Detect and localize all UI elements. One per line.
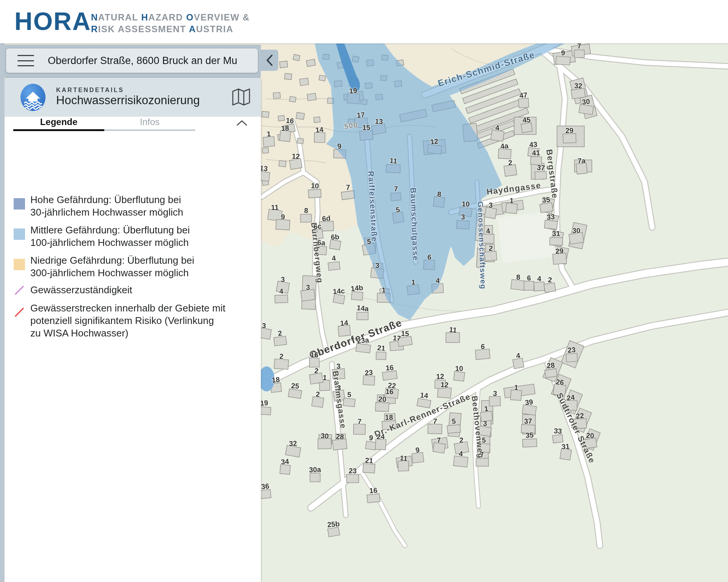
house-number: 2 [508,159,513,167]
house-number: 4 [495,124,500,132]
house-number: 35 [526,431,534,439]
legend-item-3[interactable]: Gewässerzuständigkeit [14,284,256,296]
house-number: 14c [333,287,345,296]
hora-tagline: NATURAL HAZARD OVERVIEW &RISK ASSESSMENT… [91,11,250,35]
house-number: 26 [555,378,564,386]
house-number: 16 [286,116,294,125]
legend-item-2[interactable]: Niedrige Gefährdung: Überflutung bei300-… [14,254,256,279]
tab-underline-active [13,129,104,131]
house-number: 2 [314,367,319,375]
house-number: 1 [381,286,386,294]
house-number: 16 [385,363,394,372]
chevron-left-icon [265,54,274,67]
house-number: 45 [522,116,531,124]
map-fold-icon[interactable] [232,88,250,106]
chevron-up-icon[interactable] [235,117,249,129]
house-number: 30 [582,97,590,106]
house-number: 19 [260,399,268,407]
house-number: 3 [493,390,497,398]
house-number: 16 [310,351,318,359]
house-number: 4 [458,450,463,458]
house-number: 24 [377,433,385,441]
panel-eyebrow: KARTENDETAILS [56,87,124,94]
sidebar-collapse-button[interactable] [261,50,278,71]
tab-underline-inactive [104,130,195,131]
house-number: 5 [452,417,456,425]
house-number: 14 [315,125,324,134]
house-number: 33 [554,427,562,435]
house-number: 22 [576,411,584,420]
house-number: 18 [271,375,280,384]
house-number: 2 [278,329,282,338]
house-number: 8 [516,273,520,281]
house-number: 7 [358,418,362,426]
house-number: 3 [489,201,493,209]
house-number: 15 [401,330,409,338]
house-number: 3 [306,283,310,291]
legend-item-label: Gewässerzuständigkeit [30,284,132,296]
house-number: 3 [336,362,341,371]
house-number: 35 [542,196,551,204]
house-number: 28 [546,361,555,370]
house-number: 2 [489,244,493,253]
legend-swatch-icon [14,259,25,270]
house-number: 12 [436,372,444,381]
house-number: 4 [279,287,284,295]
house-number: 31 [552,229,561,238]
house-number: 3 [262,322,266,330]
kartendetails-panel: KARTENDETAILS Hochwasserrisikozonierung … [5,78,261,582]
legend-item-0[interactable]: Hohe Gefährdung: Überflutung bei30-jährl… [14,194,256,219]
house-number: 5 [347,391,352,399]
house-number: 16 [369,486,378,494]
left-edge-strip [0,44,5,582]
house-number: 29 [555,247,564,255]
legend-item-label: Niedrige Gefährdung: Überflutung bei300-… [30,254,194,279]
house-number: 11 [389,156,398,165]
tab-infos[interactable]: Infos [104,117,195,127]
house-number: 11 [271,203,279,212]
house-number: 6 [427,253,431,261]
legend-item-1[interactable]: Mittlere Gefährdung: Überflutung bei100-… [14,224,256,249]
house-number: 2 [316,390,320,398]
house-number: 23 [348,467,357,475]
house-number: 41 [532,149,541,157]
house-number: 1 [267,130,271,138]
house-number: 2 [548,276,552,284]
house-number: 6 [527,274,531,282]
house-number: 10 [455,365,463,372]
house-number: 4 [435,277,440,285]
house-number: 1 [510,197,514,205]
legend-item-4[interactable]: Gewässerstrecken innerhalb der Gebiete m… [14,302,256,340]
house-number: 7 [346,183,350,191]
legend-tabs: Legende Infos [5,117,261,134]
house-number: 39 [524,398,533,407]
panel-header: KARTENDETAILS Hochwasserrisikozonierung [5,78,261,117]
house-number: 1 [322,374,327,382]
house-number: 23 [567,346,576,354]
search-input[interactable]: Oberdorfer Straße, 8600 Bruck an der Mu [48,55,237,67]
house-number: 7 [577,44,582,50]
house-number: 20 [586,431,594,440]
house-number: 7 [394,185,398,193]
house-number: 4 [537,275,541,283]
menu-icon[interactable] [17,55,34,66]
house-number: 43 [529,140,538,149]
house-number: 3 [281,275,285,283]
house-number: 8 [437,190,441,199]
search-bar[interactable]: Oberdorfer Straße, 8600 Bruck an der Mu [6,48,258,73]
house-number: 18 [281,124,289,133]
app-header: HORA NATURAL HAZARD OVERVIEW &RISK ASSES… [0,0,728,44]
house-number: 30a [309,465,322,474]
house-number: 47 [519,91,528,100]
house-number: 10 [461,200,470,208]
legend-swatch-icon [14,198,25,210]
house-number: 17 [392,334,401,343]
house-number: 9 [369,434,373,442]
house-number: 28 [336,432,344,441]
house-number: 37 [537,163,545,172]
house-number: 6a [317,238,326,247]
hora-logo[interactable]: HORA [14,7,91,36]
tab-legende[interactable]: Legende [13,117,104,127]
house-number: 21 [377,344,386,352]
house-number: 11 [400,454,408,463]
